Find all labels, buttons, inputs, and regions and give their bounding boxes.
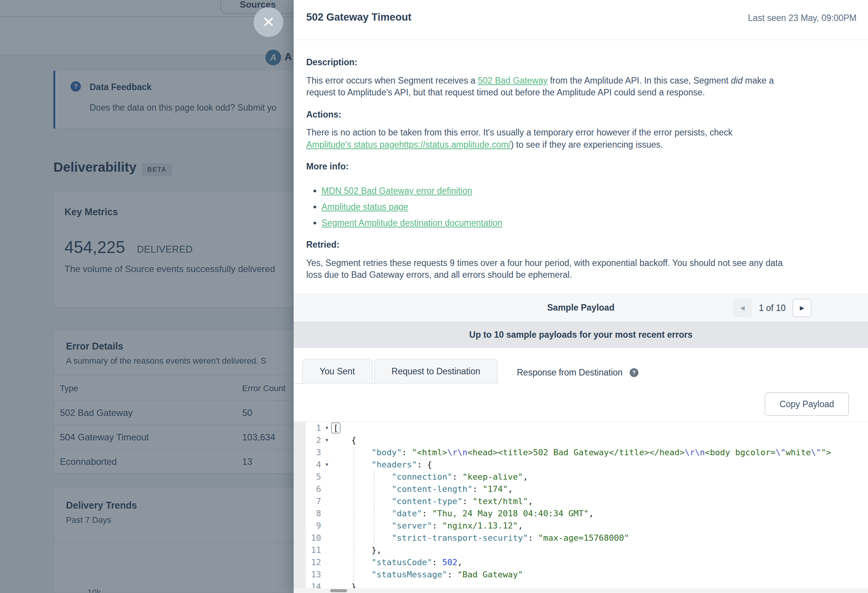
code-token-key: "statusMessage" <box>371 570 447 579</box>
tab-you-sent[interactable]: You Sent <box>302 359 373 384</box>
paragraph-text: There is no action to be taken from this… <box>306 127 733 137</box>
code-token-punct: : <box>432 521 442 530</box>
tab-label: Request to Destination <box>392 366 481 377</box>
code-token-str: white <box>786 448 811 457</box>
pager-prev-button[interactable]: ◀ <box>733 299 752 317</box>
retried-label: Retried: <box>306 239 863 251</box>
code-text: [ <box>331 422 341 434</box>
code-token-esc: \r\n <box>447 448 468 457</box>
line-number: 7 <box>294 495 323 508</box>
code-token-esc: \" <box>811 448 821 457</box>
inline-link[interactable]: 502 Bad Gateway <box>478 76 548 85</box>
code-token-key: "headers" <box>371 460 417 469</box>
error-detail-panel: 502 Gateway Timeout Last seen 23 May, 09… <box>294 0 868 593</box>
code-token-punct <box>331 521 392 530</box>
code-token-punct <box>331 496 392 506</box>
indent-guide <box>374 471 375 544</box>
retried-paragraph: Yes, Segment retries these requests 9 ti… <box>306 257 863 281</box>
code-token-key: "strict-transport-security" <box>392 533 528 543</box>
more-info-link[interactable]: Amplitude status page <box>321 202 408 212</box>
scrollbar-thumb[interactable] <box>330 589 347 592</box>
inline-link[interactable]: Amplitude's status pagehttps://status.am… <box>306 140 511 150</box>
line-number: 13 <box>294 569 323 581</box>
horizontal-scrollbar[interactable] <box>294 588 868 593</box>
code-token-punct: , <box>528 496 533 506</box>
close-icon: ✕ <box>262 15 275 29</box>
code-token-punct <box>331 460 371 469</box>
help-icon[interactable]: ? <box>630 368 638 377</box>
code-text: { <box>331 434 356 446</box>
description-paragraph: This error occurs when Segment receives … <box>306 75 863 99</box>
code-token-key: "server" <box>392 521 432 530</box>
code-token-punct: : <box>473 484 483 494</box>
code-token-str: "> <box>821 448 831 457</box>
code-line: 9 "server": "nginx/1.13.12", <box>294 520 868 532</box>
code-token-punct <box>331 570 371 579</box>
more-info-links: MDN 502 Bad Gateway error definitionAmpl… <box>321 185 863 229</box>
list-item: Segment Amplitude destination documentat… <box>321 217 863 229</box>
divider <box>294 39 868 40</box>
fold-spacer <box>323 446 331 459</box>
more-info-link[interactable]: Segment Amplitude destination documentat… <box>321 218 502 228</box>
emphasis-text: did <box>731 76 743 85</box>
chevron-right-icon: ▶ <box>800 305 804 311</box>
tab-label: Response from Destination <box>517 367 622 378</box>
code-token-str: "max-age=15768000" <box>538 533 629 543</box>
code-token-str: <head><title>502 Bad Gateway</title></he… <box>468 448 685 457</box>
code-token-punct: : { <box>417 460 432 469</box>
code-token-punct: , <box>523 472 528 482</box>
code-token-num: 502 <box>442 558 457 567</box>
code-line: 12 "statusCode": 502, <box>294 556 868 569</box>
code-token-str: "<html> <box>412 448 447 457</box>
fold-toggle-icon[interactable]: ▼ <box>323 434 331 446</box>
fold-toggle-icon[interactable]: ▼ <box>323 459 331 471</box>
fold-spacer <box>323 495 331 508</box>
code-token-punct: : <box>462 496 473 506</box>
code-token-punct: : <box>402 448 412 457</box>
fold-spacer <box>323 569 331 581</box>
code-token-str: "Bad Gateway" <box>457 570 523 579</box>
chevron-left-icon: ◀ <box>740 305 745 311</box>
fold-spacer <box>323 471 331 483</box>
line-number: 2 <box>294 434 323 446</box>
panel-title: 502 Gateway Timeout <box>306 11 411 23</box>
code-token-punct <box>331 533 392 543</box>
more-info-link[interactable]: MDN 502 Bad Gateway error definition <box>321 186 472 196</box>
code-token-key: "statusCode" <box>371 558 432 567</box>
code-token-key: "date" <box>392 509 422 518</box>
code-text: "strict-transport-security": "max-age=15… <box>331 532 629 544</box>
code-line: 5 "connection": "keep-alive", <box>294 471 868 483</box>
code-token-str: "174" <box>482 484 508 494</box>
code-line: 1▼[ <box>294 422 868 434</box>
code-token-punct: , <box>508 484 513 494</box>
code-text: "headers": { <box>331 459 432 471</box>
fold-spacer <box>323 508 331 520</box>
tab-request-to-destination[interactable]: Request to Destination <box>374 359 498 384</box>
list-item: Amplitude status page <box>321 201 863 213</box>
sample-payload-banner: Up to 10 sample payloads for your most r… <box>294 322 868 348</box>
actions-paragraph: There is no action to be taken from this… <box>306 127 863 151</box>
code-token-punct: , <box>589 509 594 518</box>
code-token-punct <box>331 448 371 457</box>
fold-spacer <box>323 544 331 556</box>
code-token-punct <box>331 472 392 482</box>
fold-spacer <box>323 520 331 532</box>
code-token-punct: { <box>331 435 356 445</box>
code-text: "body": "<html>\r\n<head><title>502 Bad … <box>331 446 831 459</box>
fold-spacer <box>323 532 331 544</box>
code-token-key: "content-length" <box>392 484 473 494</box>
pager-next-button[interactable]: ▶ <box>792 299 812 317</box>
tab-response-from-destination[interactable]: Response from Destination? <box>499 359 656 385</box>
code-token-str: <body bgcolor= <box>705 448 775 457</box>
line-number: 9 <box>294 520 323 532</box>
code-token-str: "Thu, 24 May 2018 04:40:34 GMT" <box>432 509 589 518</box>
json-code-viewer: 1▼[2▼ {3 "body": "<html>\r\n<head><title… <box>294 422 868 593</box>
code-token-punct: : <box>452 472 463 482</box>
close-button[interactable]: ✕ <box>254 7 283 37</box>
code-token-key: "body" <box>371 448 402 457</box>
copy-payload-button[interactable]: Copy Payload <box>765 392 849 416</box>
code-text: "statusCode": 502, <box>331 556 462 569</box>
fold-toggle-icon[interactable]: ▼ <box>323 422 331 434</box>
code-text: "statusMessage": "Bad Gateway" <box>331 569 523 581</box>
modal-scrim[interactable] <box>0 0 294 593</box>
